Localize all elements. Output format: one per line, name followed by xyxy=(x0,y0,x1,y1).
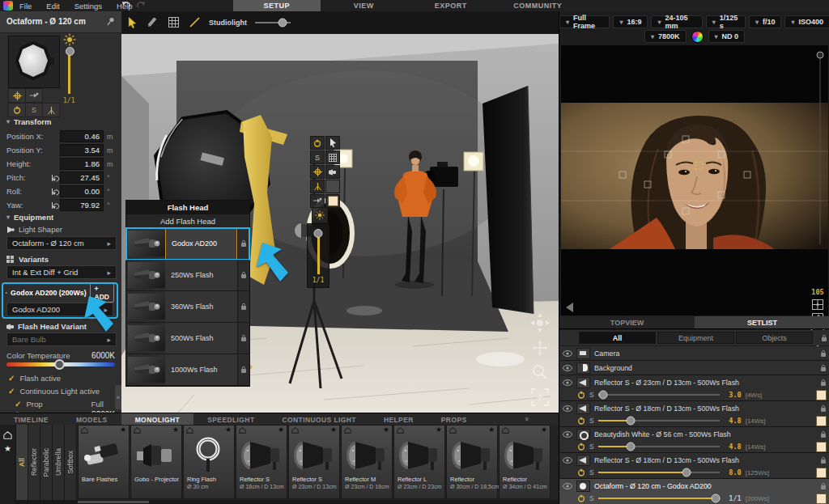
category-parabolic[interactable]: Parabolic xyxy=(40,425,53,500)
library-tab-continuous-light[interactable]: CONTINUOUS LIGHT xyxy=(269,413,370,426)
category-all[interactable]: All xyxy=(16,425,28,500)
slave-mode-button[interactable]: S xyxy=(25,103,43,117)
power-slider[interactable] xyxy=(598,446,720,447)
slave-label[interactable]: S xyxy=(589,391,594,399)
light-power-toggle[interactable] xyxy=(577,468,585,476)
collapse-library-icon[interactable]: » xyxy=(523,417,531,421)
transform-value-input[interactable]: 0.46 xyxy=(60,130,104,142)
flash-head-toggle[interactable] xyxy=(325,165,340,179)
filter-equipment[interactable]: Equipment xyxy=(657,332,734,344)
camera-setting-chip[interactable]: ▾ f/10 xyxy=(749,15,782,28)
home-icon[interactable] xyxy=(502,427,509,434)
gel-color-swatch[interactable] xyxy=(325,194,340,208)
library-scrollbar[interactable] xyxy=(16,500,559,504)
equipment-card[interactable]: ★ Reflector M Ø 23cm / D 18cm xyxy=(341,425,393,499)
visibility-eye-icon[interactable] xyxy=(563,431,572,438)
fit-view-icon[interactable] xyxy=(531,388,549,406)
power-slider-knob[interactable] xyxy=(682,468,691,477)
power-slider-knob[interactable] xyxy=(627,443,636,451)
lock-icon[interactable] xyxy=(820,379,827,387)
viewport-3d[interactable]: S 1/1 xyxy=(121,34,559,413)
popup-subtitle[interactable]: Add Flash Head xyxy=(126,214,249,228)
equipment-card[interactable]: ★ Ring Flash Ø 30 cm xyxy=(183,425,235,499)
studiolight-knob[interactable] xyxy=(278,19,287,28)
reset-icon[interactable] xyxy=(51,201,60,210)
equipment-card[interactable]: ★ Reflector Ø 34cm / D 41cm xyxy=(499,425,551,499)
camera-setting-chip[interactable]: ▾ ND 0 xyxy=(708,30,746,43)
gel-color-swatch[interactable] xyxy=(816,468,827,478)
home-icon[interactable] xyxy=(291,427,299,434)
slave-label[interactable]: S xyxy=(589,443,594,451)
power-slider[interactable] xyxy=(598,498,720,499)
equipment-card[interactable]: ★ Reflector L Ø 23cm / D 23cm xyxy=(393,425,445,499)
camera-setting-chip[interactable]: ▾ 1/125 s xyxy=(706,15,746,28)
star-icon[interactable]: ★ xyxy=(120,426,126,434)
lock-icon[interactable] xyxy=(820,482,827,490)
visibility-eye-icon[interactable] xyxy=(563,405,572,412)
light-shaper-dropdown[interactable]: Octaform - Ø 120 cm ▸ xyxy=(6,236,117,250)
library-tab-timeline[interactable]: TIMELINE xyxy=(0,413,62,426)
menu-file[interactable]: File xyxy=(19,2,32,11)
grid-toggle[interactable] xyxy=(325,150,340,164)
library-tab-monolight[interactable]: MONOLIGHT xyxy=(121,413,194,426)
color-wheel-icon[interactable] xyxy=(691,31,704,43)
power-slider[interactable] xyxy=(598,472,720,473)
power-slider-knob[interactable] xyxy=(598,391,607,400)
equipment-card[interactable]: ★ Reflector S Ø 18cm / D 13cm xyxy=(236,425,287,499)
color-temperature-slider[interactable] xyxy=(6,362,115,366)
tab-topview[interactable]: TOPVIEW xyxy=(559,316,695,329)
flash-head-option[interactable]: 1000Ws Flash xyxy=(126,354,249,386)
slave-label[interactable]: S xyxy=(589,494,594,502)
star-icon[interactable]: ★ xyxy=(436,426,442,434)
zoom-icon[interactable] xyxy=(532,364,548,380)
lock-icon[interactable] xyxy=(821,334,827,342)
measure-pen-icon[interactable] xyxy=(147,18,158,28)
setlist-row[interactable]: Camera xyxy=(559,346,829,361)
modeling-light-button[interactable] xyxy=(312,207,328,223)
select-cursor-icon[interactable] xyxy=(128,17,138,28)
transform-value-input[interactable]: 79.92 xyxy=(60,199,104,211)
setlist-row[interactable]: Background xyxy=(559,361,829,375)
menu-settings[interactable]: Settings xyxy=(74,2,102,11)
continuous-light-checkbox[interactable]: ✓ Continuous Light active xyxy=(8,387,100,396)
home-icon[interactable] xyxy=(81,427,88,434)
camera-setting-chip[interactable]: ▾ 7800K xyxy=(644,30,687,43)
transform-value-input[interactable]: 3.54 xyxy=(60,144,104,156)
lock-icon[interactable] xyxy=(820,404,827,413)
filter-objects[interactable]: Objects xyxy=(736,332,813,344)
power-slider[interactable] xyxy=(598,394,720,396)
home-icon[interactable] xyxy=(3,431,12,439)
reset-icon[interactable] xyxy=(51,188,60,196)
pan-icon[interactable] xyxy=(532,340,548,356)
star-icon[interactable]: ★ xyxy=(330,426,337,434)
setlist-row[interactable]: Reflector S - Ø 23cm / D 13cm - 500Ws Fl… xyxy=(559,375,829,401)
equipment-card[interactable]: ★ Gobo - Projector xyxy=(130,425,182,499)
move-target-button[interactable] xyxy=(8,88,26,103)
home-icon[interactable] xyxy=(397,427,404,434)
studiolight-slider[interactable] xyxy=(255,22,291,23)
light-power-toggle[interactable] xyxy=(577,417,585,425)
category-umbrella[interactable]: Umbrella xyxy=(53,425,65,500)
tab-setup[interactable]: SETUP xyxy=(233,0,321,11)
move-target-toggle[interactable] xyxy=(310,165,325,179)
setlist-row[interactable]: Beautydish White - Ø 56 cm - 500Ws Flash… xyxy=(559,427,829,453)
home-icon[interactable] xyxy=(134,427,141,434)
orbit-icon[interactable] xyxy=(530,313,550,332)
transform-section-header[interactable]: ▾ Transform xyxy=(6,117,51,126)
flash-head-option[interactable]: Godox AD200 xyxy=(126,228,249,260)
light-power-toggle[interactable] xyxy=(577,494,585,502)
flash-head-option[interactable]: 360Ws Flash xyxy=(126,291,249,323)
camera-setting-chip[interactable]: ▾ ISO400 xyxy=(784,15,829,28)
pin-icon[interactable] xyxy=(107,17,115,26)
flash-head-variant-dropdown[interactable]: Bare Bulb ▸ xyxy=(6,332,117,346)
point-at-model-toggle[interactable] xyxy=(310,194,325,208)
lock-icon[interactable] xyxy=(820,364,827,372)
star-icon[interactable]: ★ xyxy=(225,426,232,434)
flash-head-option[interactable]: 500Ws Flash xyxy=(126,323,249,354)
power-slider[interactable] xyxy=(598,420,720,421)
camera-setting-chip[interactable]: ▾ 24-105 mm xyxy=(651,15,702,28)
tab-export[interactable]: EXPORT xyxy=(407,0,495,11)
equipment-card[interactable]: ★ Reflector S Ø 23cm / D 13cm xyxy=(288,425,340,499)
home-icon[interactable] xyxy=(186,427,193,434)
color-temperature-knob[interactable] xyxy=(54,359,65,370)
